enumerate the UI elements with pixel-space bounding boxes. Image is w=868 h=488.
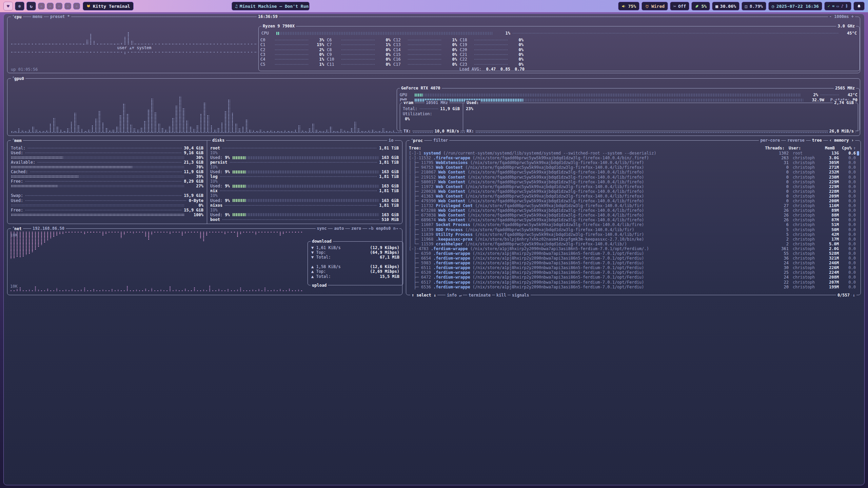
memory-widget[interactable]: ▦ 30.06% (712, 2, 739, 11)
process-row[interactable]: │ ├─ 11607 Socket Process (/nix/store/fq… (409, 222, 856, 227)
workspace-reload-button[interactable]: ↻ (26, 2, 36, 11)
kill-button[interactable]: kill (495, 293, 508, 298)
prev-interface-icon[interactable]: ←b (369, 226, 376, 231)
header-tree[interactable]: Tree: (409, 146, 764, 150)
per-core-toggle[interactable]: per-core (759, 138, 781, 143)
header-threads[interactable]: Threads: (764, 146, 785, 150)
toggle-widget[interactable]: ✂ Off (670, 2, 689, 11)
process-row[interactable]: ├─ 5983 .ferdium-wrappe (/nix/store/a1pj… (409, 261, 856, 265)
process-row[interactable]: │ ├─ 218067 Web Content (/nix/store/fqad… (409, 170, 856, 175)
mem-stat-value: 30,4 GiB (184, 146, 203, 150)
disk-widget[interactable]: ◫ 8.79% (742, 2, 766, 11)
check-icon[interactable]: ✓ (828, 4, 830, 8)
signals-button[interactable]: signals (511, 293, 531, 298)
header-cpu[interactable]: Cpu% (835, 146, 852, 150)
graph-column (32, 126, 34, 132)
process-row[interactable]: │ ├─ 673288 Web Content (/nix/store/fqad… (409, 208, 856, 213)
gpu-frequency: 2565 MHz (834, 86, 856, 90)
info-button[interactable]: info ↵ (446, 293, 463, 298)
leader-dots (30, 171, 182, 173)
sync-button[interactable]: sync (316, 226, 328, 231)
workspace-ws-4-button[interactable]: ▫ (64, 3, 71, 9)
workspace-ws-3-button[interactable]: ▫ (56, 3, 62, 9)
kitty-terminal-button[interactable]: Kitty Terminal (83, 2, 134, 11)
sort-selector[interactable]: ‹ memory › (828, 138, 855, 143)
process-row[interactable]: [-]-4783 .ferdium-wrappe (/nix/store/a1p… (409, 246, 856, 251)
process-row[interactable]: ├─ 6350 .ferdium-wrappe (/nix/store/a1pj… (409, 251, 856, 256)
update-interval-control[interactable]: - 1000ms + (828, 14, 855, 19)
process-row[interactable]: ├─ 6472 .ferdium-wrappe (/nix/store/a1pj… (409, 275, 856, 280)
header-mem[interactable]: MemB (816, 146, 835, 150)
legend-system: system (137, 45, 151, 50)
process-row[interactable]: │ ├─ 94753 Web Content (/nix/store/fqadd… (409, 165, 856, 170)
process-row[interactable]: │ ├─ 673038 Web Content (/nix/store/fqad… (409, 213, 856, 218)
process-row[interactable]: │ ├─ 479390 Web Content (/nix/store/fqad… (409, 199, 856, 203)
menu-button[interactable]: menu (31, 14, 44, 19)
terminate-button[interactable]: terminate (467, 293, 492, 298)
process-row[interactable]: │ ├─ 219152 Web Content (/nix/store/fqad… (409, 175, 856, 179)
process-row[interactable]: ├─ 6517 .ferdium-wrappe (/nix/store/a1pj… (409, 280, 856, 285)
workspace-nix-menu-button[interactable]: ❄ (15, 2, 24, 11)
process-row[interactable]: │ ├─ 11972 Web Content (/nix/store/fqadd… (409, 184, 856, 189)
cpu-box-title[interactable]: ¹cpu (11, 14, 23, 19)
graph-column (32, 44, 34, 45)
disks-title[interactable]: disks (211, 138, 226, 143)
tree-toggle[interactable]: tree (811, 138, 823, 143)
process-row[interactable]: │ ├─ 11739 RDD Process (/nix/store/fqadd… (409, 227, 856, 232)
cpu-widget[interactable]: 5% (691, 2, 710, 11)
music-widget[interactable]: ♫ Minuit Machine – Don't Run Fro... (232, 2, 310, 11)
volume-widget[interactable]: 75% (618, 2, 639, 11)
process-name: Utility Process (436, 232, 472, 237)
process-row[interactable]: │ ├─ 41363 Web Content (/nix/store/fqadd… (409, 194, 856, 199)
workspace-ws-5-button[interactable]: ▫ (73, 3, 80, 9)
network-box-title[interactable]: ³net (11, 226, 23, 231)
gpu-box-title[interactable]: ⁵gpu0 (11, 76, 25, 81)
system-tray[interactable]: ✓≈▭♪ᛒ (824, 2, 851, 11)
process-row[interactable]: │ ├─ 11968 .keepassxc-prox (/nix/store/b… (409, 237, 856, 242)
process-row[interactable]: │ ├─ 11839 Utility Process (/nix/store/f… (409, 232, 856, 237)
graph-column (136, 231, 138, 232)
reverse-toggle[interactable]: reverse (786, 138, 806, 143)
process-row[interactable]: │ └─ 11539 crashhelper (/nix/store/fqadd… (409, 242, 856, 246)
workspace-ws-1-button[interactable]: ▫ (38, 3, 45, 9)
next-interface-icon[interactable]: n→ (391, 226, 398, 231)
process-row[interactable]: ├─ 6511 .ferdium-wrappe (/nix/store/a1pj… (409, 265, 856, 270)
network-widget[interactable]: Wired (642, 2, 668, 11)
process-row[interactable]: │ ├─ 689674 Web Content (/nix/store/fqad… (409, 218, 856, 222)
memory-box-title[interactable]: ²mem (11, 138, 23, 143)
process-row[interactable]: ├─ 6536 .ferdium-wrappe (/nix/store/a1pj… (409, 285, 856, 289)
bluetooth-icon[interactable]: ᛒ (846, 4, 848, 8)
process-row[interactable]: │ ├─ 220028 Web Content (/nix/store/fqad… (409, 189, 856, 194)
zero-button[interactable]: zero (350, 226, 362, 231)
process-row[interactable]: [-]-1 systemd (/run/current-system/syste… (409, 151, 856, 156)
process-row[interactable]: │ ├─ 580017 Web Content (/nix/store/fqad… (409, 180, 856, 184)
core-usage: 0% (510, 57, 524, 62)
process-row[interactable]: ├─ 6520 .ferdium-wrappe (/nix/store/a1pj… (409, 270, 856, 275)
window-icon[interactable]: ▭ (836, 4, 839, 8)
scrollbar-thumb[interactable] (857, 151, 859, 156)
workspace-launcher-button[interactable]: ♥ (3, 2, 13, 11)
disk-icon: ◫ (745, 4, 748, 9)
graph-column (152, 44, 154, 45)
graph-column (282, 231, 284, 234)
workspace-ws-2-button[interactable]: ▫ (47, 3, 54, 9)
preset-button[interactable]: preset * (49, 14, 71, 19)
note-icon[interactable]: ♪ (841, 4, 844, 8)
auto-button[interactable]: auto (333, 226, 345, 231)
process-row[interactable]: [-]-11532 .firefox-wrappe (/nix/store/fq… (409, 156, 856, 160)
interface-switcher[interactable]: ←b enp8s0 n→ (367, 226, 399, 231)
scroll-down-icon[interactable]: ↓ (851, 293, 856, 298)
process-row[interactable]: │ ├─ 11732 Privileged Cont (/nix/store/f… (409, 203, 856, 208)
process-row[interactable]: ├─ 6654 .ferdium-wrappe (/nix/store/a1pj… (409, 256, 856, 261)
select-control[interactable]: ↑ select ↓ (410, 293, 437, 298)
wave-icon[interactable]: ≈ (832, 4, 834, 8)
disks-io-toggle[interactable]: io (387, 138, 395, 143)
core-meter-dots (275, 54, 309, 56)
filter-button[interactable]: filter (432, 138, 449, 143)
scroll-up-icon[interactable]: ↑ (852, 146, 856, 150)
datetime-widget[interactable]: ◷ 2025-07-22 16:36 (768, 2, 822, 11)
notification-button[interactable] (853, 2, 865, 11)
process-box-title[interactable]: ⁴proc (410, 138, 424, 143)
process-row[interactable]: │ ├─ 11795 WebExtensions (/nix/store/fqa… (409, 160, 856, 165)
header-user[interactable]: User: (785, 146, 816, 150)
